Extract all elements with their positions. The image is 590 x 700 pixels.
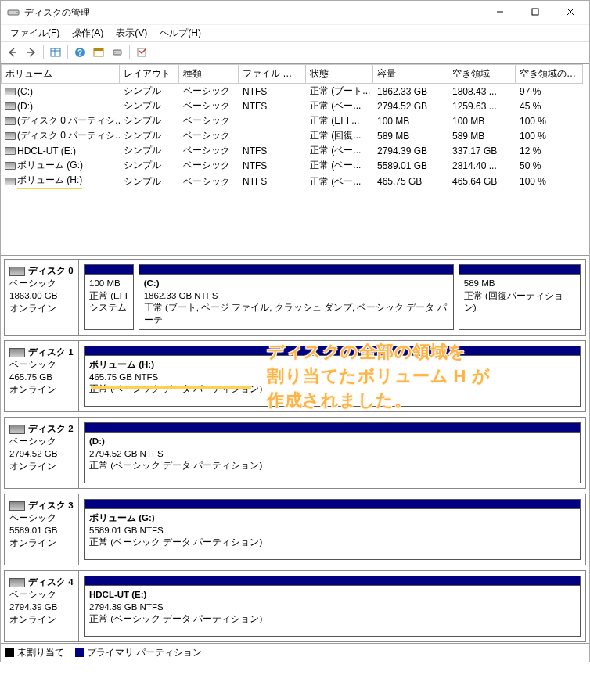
table-row[interactable]: ボリューム (G:)シンプルベーシックNTFS正常 (ベー...5589.01 … [1, 158, 589, 173]
cell-free: 1259.63 ... [448, 99, 516, 113]
cell-type: ベーシック [179, 173, 239, 190]
disk-row[interactable]: ディスク 0ベーシック1863.00 GBオンライン100 MB正常 (EFI … [4, 259, 586, 336]
cell-type: ベーシック [179, 99, 239, 113]
disk-label: ディスク 2ベーシック2794.52 GBオンライン [5, 418, 79, 488]
cell-cap: 589 MB [373, 128, 448, 143]
cell-type: ベーシック [179, 158, 239, 173]
disk-management-window: ディスクの管理 ファイル(F) 操作(A) 表示(V) ヘルプ(H) ? ボリュ… [0, 0, 590, 662]
cell-status: 正常 (ベー... [306, 158, 373, 173]
partition[interactable]: 100 MB正常 (EFI システム [84, 264, 134, 330]
col-layout[interactable]: レイアウト [120, 64, 179, 84]
cell-status: 正常 (回復... [306, 128, 373, 143]
disk-row[interactable]: ディスク 3ベーシック5589.01 GBオンラインボリューム (G:)5589… [4, 494, 586, 565]
cell-vol: (C:) [1, 84, 120, 99]
cell-pct: 100 % [516, 128, 583, 143]
cell-layout: シンプル [120, 158, 179, 173]
cell-status: 正常 (EFI ... [306, 113, 373, 128]
volume-list[interactable]: ボリューム レイアウト 種類 ファイル システム 状態 容量 空き領域 空き領域… [1, 64, 589, 256]
cell-cap: 1862.33 GB [373, 84, 448, 99]
cell-fs [239, 128, 306, 143]
forward-button[interactable] [23, 44, 40, 61]
col-capacity[interactable]: 容量 [373, 64, 448, 84]
cell-vol: HDCL-UT (E:) [1, 143, 120, 158]
volume-icon [5, 102, 14, 110]
cell-pct: 97 % [516, 84, 583, 99]
svg-rect-3 [532, 9, 538, 15]
cell-cap: 2794.52 GB [373, 99, 448, 113]
close-button[interactable] [552, 1, 588, 23]
cell-pct: 100 % [516, 113, 583, 128]
cell-pct: 12 % [516, 143, 583, 158]
partition[interactable]: (D:)2794.52 GB NTFS正常 (ベーシック データ パーティション… [84, 422, 581, 483]
col-fs[interactable]: ファイル システム [239, 64, 306, 84]
minimize-button[interactable] [482, 1, 517, 23]
maximize-button[interactable] [517, 1, 552, 23]
menu-help[interactable]: ヘルプ(H) [153, 25, 207, 41]
col-type[interactable]: 種類 [179, 64, 239, 84]
cell-cap: 5589.01 GB [373, 158, 448, 173]
cell-cap: 465.75 GB [373, 173, 448, 190]
legend-primary-icon [75, 648, 84, 657]
table-row[interactable]: HDCL-UT (E:)シンプルベーシックNTFS正常 (ベー...2794.3… [1, 143, 589, 158]
app-icon [7, 6, 20, 19]
partition[interactable]: ボリューム (H:)465.75 GB NTFS正常 (ベーシック データ パー… [84, 346, 581, 407]
table-row[interactable]: (ディスク 0 パーティシ...シンプルベーシック正常 (回復...589 MB… [1, 128, 589, 143]
legend: 未割り当て プライマリ パーティション [1, 643, 589, 662]
menu-file[interactable]: ファイル(F) [4, 25, 66, 41]
view-graphical-button[interactable] [90, 44, 107, 61]
volume-icon [5, 147, 14, 155]
svg-rect-8 [51, 48, 60, 56]
cell-free: 337.17 GB [448, 143, 516, 158]
svg-rect-14 [94, 48, 103, 51]
cell-type: ベーシック [179, 113, 239, 128]
help-button[interactable]: ? [71, 44, 88, 61]
col-free[interactable]: 空き領域 [448, 64, 516, 84]
volume-icon [5, 117, 14, 125]
partition[interactable]: 589 MB正常 (回復パーティション) [459, 264, 581, 330]
col-volume[interactable]: ボリューム [1, 64, 120, 84]
svg-point-16 [114, 52, 116, 53]
partition[interactable]: (C:)1862.33 GB NTFS正常 (ブート, ページ ファイル, クラ… [139, 264, 454, 330]
refresh-button[interactable] [109, 44, 126, 61]
view-list-button[interactable] [47, 44, 64, 61]
cell-layout: シンプル [120, 84, 179, 99]
cell-cap: 100 MB [373, 113, 448, 128]
cell-layout: シンプル [120, 113, 179, 128]
cell-fs [239, 113, 306, 128]
table-row[interactable]: ボリューム (H:)シンプルベーシックNTFS正常 (ベー...465.75 G… [1, 173, 589, 190]
volume-icon [5, 132, 14, 140]
disk-row[interactable]: ディスク 1ベーシック465.75 GBオンラインボリューム (H:)465.7… [4, 340, 586, 412]
disk-row[interactable]: ディスク 4ベーシック2794.39 GBオンラインHDCL-UT (E:)27… [4, 570, 586, 642]
menu-view[interactable]: 表示(V) [110, 25, 153, 41]
cell-fs: NTFS [239, 99, 306, 113]
cell-type: ベーシック [179, 84, 239, 99]
disk-graphical-view[interactable]: ディスクの全部の領域を 割り当てたボリューム H が 作成されました。 ディスク… [1, 256, 589, 643]
col-pct[interactable]: 空き領域の割... [516, 64, 583, 84]
disk-label: ディスク 3ベーシック5589.01 GBオンライン [5, 494, 79, 565]
cell-status: 正常 (ブート... [306, 84, 373, 99]
volume-icon [5, 178, 14, 185]
cell-vol: ボリューム (H:) [1, 173, 120, 190]
cell-fs: NTFS [239, 173, 306, 190]
disk-row[interactable]: ディスク 2ベーシック2794.52 GBオンライン(D:)2794.52 GB… [4, 417, 586, 489]
menu-action[interactable]: 操作(A) [66, 25, 110, 41]
cell-vol: (D:) [1, 99, 120, 113]
partition[interactable]: ボリューム (G:)5589.01 GB NTFS正常 (ベーシック データ パ… [84, 499, 581, 560]
svg-point-1 [16, 12, 18, 13]
legend-unalloc-label: 未割り当て [17, 647, 64, 658]
cell-free: 1808.43 ... [448, 84, 516, 99]
partition[interactable]: HDCL-UT (E:)2794.39 GB NTFS正常 (ベーシック データ… [84, 576, 581, 637]
table-row[interactable]: (C:)シンプルベーシックNTFS正常 (ブート...1862.33 GB180… [1, 84, 589, 99]
table-row[interactable]: (ディスク 0 パーティシ...シンプルベーシック正常 (EFI ...100 … [1, 113, 589, 128]
cell-status: 正常 (ベー... [306, 173, 373, 190]
back-button[interactable] [4, 44, 21, 61]
cell-pct: 45 % [516, 99, 583, 113]
cell-type: ベーシック [179, 143, 239, 158]
titlebar[interactable]: ディスクの管理 [1, 1, 589, 24]
col-status[interactable]: 状態 [306, 64, 373, 84]
volume-icon [5, 162, 14, 170]
toolbar: ? [1, 41, 589, 63]
properties-button[interactable] [133, 44, 150, 61]
table-row[interactable]: (D:)シンプルベーシックNTFS正常 (ベー...2794.52 GB1259… [1, 99, 589, 113]
cell-fs: NTFS [239, 143, 306, 158]
